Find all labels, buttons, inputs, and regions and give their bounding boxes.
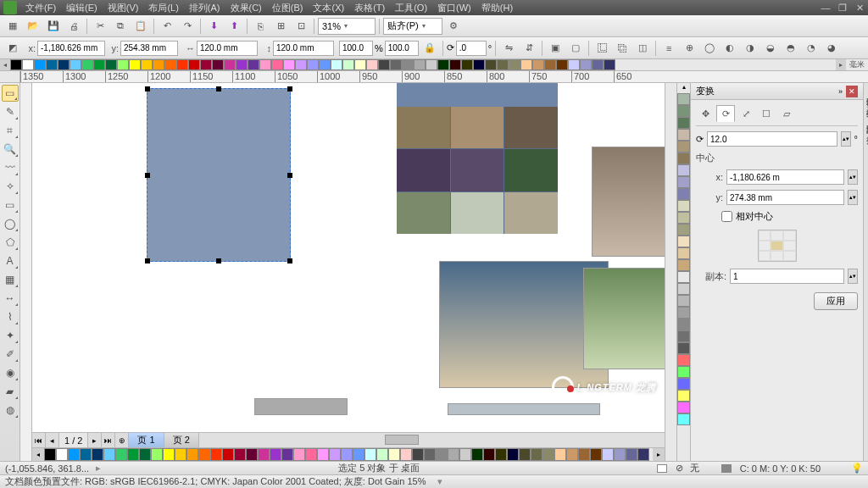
import-icon[interactable]: ⬇: [204, 17, 223, 36]
outline-swatch-icon[interactable]: [721, 464, 732, 473]
object-photo-5[interactable]: [448, 403, 600, 415]
top-swatch[interactable]: [34, 59, 46, 70]
docker-close-button[interactable]: ✕: [846, 86, 858, 97]
tool-connector[interactable]: ⌇: [2, 308, 19, 325]
object-bg-strip[interactable]: [397, 83, 558, 108]
mini-swatch[interactable]: [677, 402, 690, 413]
window-maximize-button[interactable]: ❐: [834, 3, 851, 14]
mini-swatch[interactable]: [677, 378, 690, 390]
top-swatch[interactable]: [81, 59, 93, 70]
print-icon[interactable]: 🖨: [64, 17, 83, 36]
doc-swatch[interactable]: [388, 448, 400, 461]
doc-swatch[interactable]: [246, 448, 258, 461]
doc-swatch[interactable]: [614, 448, 626, 461]
docker-tab[interactable]: 对象管理器: [864, 115, 868, 122]
doc-swatch[interactable]: [364, 448, 376, 461]
doc-swatch[interactable]: [471, 448, 483, 461]
mini-swatch[interactable]: [677, 188, 690, 200]
tool-crop[interactable]: ⌗: [2, 122, 19, 139]
top-swatch[interactable]: [164, 59, 176, 70]
ruler-origin[interactable]: [0, 71, 20, 82]
top-swatch[interactable]: [70, 59, 81, 70]
cx-spin[interactable]: ▴▾: [848, 169, 858, 185]
mini-swatch[interactable]: [677, 259, 690, 271]
scale-x-input[interactable]: [339, 41, 373, 56]
top-swatch[interactable]: [461, 59, 473, 70]
top-swatch[interactable]: [46, 59, 58, 70]
doc-swatch[interactable]: [531, 448, 542, 461]
doc-swatch[interactable]: [234, 448, 246, 461]
doc-swatch[interactable]: [436, 448, 448, 461]
weld-icon[interactable]: ◯: [700, 39, 719, 58]
tool-ifill[interactable]: ◍: [2, 402, 19, 419]
top-swatch[interactable]: [378, 59, 390, 70]
scale-y-input[interactable]: [385, 41, 419, 56]
top-swatch[interactable]: [568, 59, 580, 70]
angle-spin[interactable]: ▴▾: [841, 131, 851, 147]
doc-swatch[interactable]: [376, 448, 388, 461]
tool-table[interactable]: ▦: [2, 271, 19, 288]
doc-swatch[interactable]: [115, 448, 127, 461]
top-swatch[interactable]: [22, 59, 34, 70]
tool-pick[interactable]: ▭: [2, 85, 19, 102]
mini-swatch[interactable]: [677, 200, 690, 212]
menu-编辑E[interactable]: 编辑(E): [61, 0, 103, 16]
mini-swatch[interactable]: [677, 366, 690, 378]
page-add-button[interactable]: ⊕: [115, 433, 129, 447]
top-swatch[interactable]: [437, 59, 449, 70]
tool-fill[interactable]: ▰: [2, 383, 19, 400]
tab-position-icon[interactable]: ✥: [696, 105, 715, 122]
new-icon[interactable]: ▦: [3, 17, 22, 36]
top-swatch[interactable]: [10, 59, 22, 70]
top-swatch[interactable]: [259, 59, 271, 70]
doc-swatch[interactable]: [103, 448, 115, 461]
trim-icon[interactable]: ◐: [721, 39, 739, 58]
obj-x-input[interactable]: [37, 41, 105, 56]
doc-swatch[interactable]: [127, 448, 139, 461]
top-swatch[interactable]: [117, 59, 129, 70]
tool-dimension[interactable]: ↔: [2, 290, 19, 307]
menu-窗口W[interactable]: 窗口(W): [432, 0, 476, 16]
doc-swatch[interactable]: [139, 448, 151, 461]
tool-smart[interactable]: ✧: [2, 178, 19, 195]
doc-swatch[interactable]: [198, 448, 210, 461]
top-swatch[interactable]: [580, 59, 592, 70]
cut-icon[interactable]: ✂: [91, 17, 109, 36]
page-tab-1[interactable]: 页 1: [129, 433, 164, 447]
object-photo-2[interactable]: [592, 147, 665, 257]
doc-swatch[interactable]: [341, 448, 353, 461]
top-swatch[interactable]: [520, 59, 532, 70]
mirror-v-icon[interactable]: ⇵: [520, 39, 538, 58]
tool-outline[interactable]: ◉: [2, 364, 19, 381]
tab-skew-icon[interactable]: ▱: [777, 105, 796, 122]
doc-swatch[interactable]: [578, 448, 590, 461]
doc-swatch[interactable]: [175, 448, 186, 461]
top-swatch[interactable]: [105, 59, 117, 70]
tool-text[interactable]: A: [2, 252, 19, 269]
to-back-icon[interactable]: ▢: [566, 39, 585, 58]
top-swatch[interactable]: [93, 59, 105, 70]
mini-swatch[interactable]: [677, 413, 690, 425]
doc-swatch[interactable]: [151, 448, 163, 461]
mini-swatch[interactable]: [677, 342, 690, 354]
tool-rect[interactable]: ▭: [2, 197, 19, 214]
mini-swatch[interactable]: [677, 295, 690, 307]
mini-swatch[interactable]: [677, 354, 690, 366]
doc-swatch[interactable]: [281, 448, 293, 461]
top-swatch[interactable]: [532, 59, 544, 70]
top-swatch[interactable]: [153, 59, 164, 70]
docker-tab[interactable]: 变换: [864, 125, 868, 132]
menu-文件F[interactable]: 文件(F): [20, 0, 61, 16]
open-icon[interactable]: 📂: [24, 17, 42, 36]
mini-swatch[interactable]: [677, 117, 690, 129]
back-minus-icon[interactable]: ◔: [802, 39, 821, 58]
mini-swatch[interactable]: [677, 390, 690, 402]
top-swatch[interactable]: [556, 59, 568, 70]
doc-swatch[interactable]: [602, 448, 614, 461]
tab-size-icon[interactable]: ☐: [757, 105, 776, 122]
doc-swatch[interactable]: [507, 448, 519, 461]
mini-palette-up[interactable]: ▴: [677, 83, 690, 93]
menu-排列A[interactable]: 排列(A): [184, 0, 225, 16]
doc-swatch[interactable]: [400, 448, 412, 461]
top-swatch[interactable]: [390, 59, 402, 70]
